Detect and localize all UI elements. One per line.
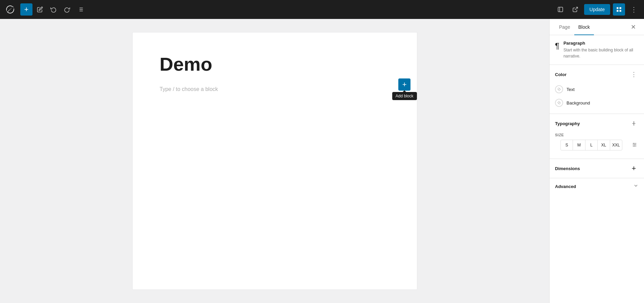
dimensions-header[interactable]: Dimensions + <box>550 159 644 178</box>
color-section: Color ⋮ Text Background <box>550 65 644 114</box>
sidebar: Page Block ✕ ¶ Paragraph Start with the … <box>549 19 644 303</box>
paragraph-info: Paragraph Start with the basic building … <box>563 41 639 59</box>
view-button[interactable] <box>554 3 567 16</box>
color-section-title: Color <box>555 72 567 77</box>
text-color-label: Text <box>567 87 575 92</box>
size-btn-xxl[interactable]: XXL <box>610 140 622 150</box>
advanced-header[interactable]: Advanced <box>550 178 644 194</box>
svg-rect-9 <box>620 7 621 9</box>
background-color-label: Background <box>567 100 590 106</box>
size-btn-m[interactable]: M <box>573 140 585 150</box>
wordpress-logo <box>4 3 16 16</box>
block-area: Type / to choose a block + Add block <box>160 84 390 95</box>
svg-rect-10 <box>617 10 618 12</box>
settings-button[interactable] <box>613 3 625 16</box>
size-btn-xl[interactable]: XL <box>598 140 610 150</box>
typography-more-button[interactable] <box>629 119 639 128</box>
advanced-title: Advanced <box>555 184 576 189</box>
toolbar: + Update ⋮ <box>0 0 644 19</box>
text-color-circle <box>555 85 563 93</box>
typography-section-title: Typography <box>555 121 580 126</box>
add-block-button[interactable]: + <box>20 3 32 16</box>
svg-point-15 <box>634 123 634 123</box>
paragraph-icon: ¶ <box>555 41 559 51</box>
dimensions-title: Dimensions <box>555 166 580 171</box>
paragraph-title: Paragraph <box>563 41 639 46</box>
update-button[interactable]: Update <box>584 4 610 15</box>
paragraph-section: ¶ Paragraph Start with the basic buildin… <box>550 35 644 65</box>
dimensions-section: Dimensions + <box>550 159 644 178</box>
color-item-background[interactable]: Background <box>550 96 644 110</box>
svg-point-16 <box>634 125 634 125</box>
size-btn-l[interactable]: L <box>585 140 598 150</box>
toolbar-right: Update ⋮ <box>554 3 640 16</box>
block-placeholder[interactable]: Type / to choose a block + Add block <box>160 84 390 95</box>
redo-button[interactable] <box>61 3 73 16</box>
main-layout: Demo Type / to choose a block + Add bloc… <box>0 19 644 303</box>
svg-rect-6 <box>558 7 563 12</box>
tab-block[interactable]: Block <box>574 19 594 35</box>
advanced-section: Advanced <box>550 178 644 194</box>
sidebar-tabs: Page Block ✕ <box>550 19 644 35</box>
size-buttons: S M L XL XXL <box>560 140 622 150</box>
typography-section: Typography SIZE S M L XL XXL <box>550 114 644 159</box>
size-label: SIZE <box>550 132 644 140</box>
tab-page[interactable]: Page <box>555 19 574 35</box>
svg-rect-11 <box>620 10 621 12</box>
post-title[interactable]: Demo <box>160 53 390 75</box>
paragraph-description: Start with the basic building block of a… <box>563 47 639 59</box>
advanced-chevron-icon <box>633 183 639 190</box>
sidebar-close-button[interactable]: ✕ <box>628 22 639 32</box>
color-item-text[interactable]: Text <box>550 83 644 96</box>
list-view-button[interactable] <box>74 3 87 16</box>
background-color-circle <box>555 99 563 107</box>
preview-button[interactable] <box>569 3 581 16</box>
add-block-tooltip: Add block <box>392 92 417 100</box>
typography-section-header[interactable]: Typography <box>550 114 644 132</box>
svg-point-14 <box>634 122 634 122</box>
svg-line-7 <box>575 7 577 10</box>
placeholder-text: Type / to choose a block <box>160 86 218 92</box>
editor-content: Demo Type / to choose a block + Add bloc… <box>133 32 417 289</box>
more-options-button[interactable]: ⋮ <box>628 3 640 16</box>
typography-adjust-button[interactable] <box>630 141 639 150</box>
svg-rect-8 <box>617 7 618 9</box>
color-section-header[interactable]: Color ⋮ <box>550 65 644 83</box>
inline-add-block-button[interactable]: + <box>398 78 410 91</box>
edit-tool-button[interactable] <box>34 3 46 16</box>
sidebar-body: ¶ Paragraph Start with the basic buildin… <box>550 35 644 303</box>
undo-button[interactable] <box>47 3 60 16</box>
editor-area: Demo Type / to choose a block + Add bloc… <box>0 19 549 303</box>
size-btn-s[interactable]: S <box>561 140 573 150</box>
dimensions-add-button[interactable]: + <box>629 164 639 173</box>
color-more-button[interactable]: ⋮ <box>629 70 639 79</box>
